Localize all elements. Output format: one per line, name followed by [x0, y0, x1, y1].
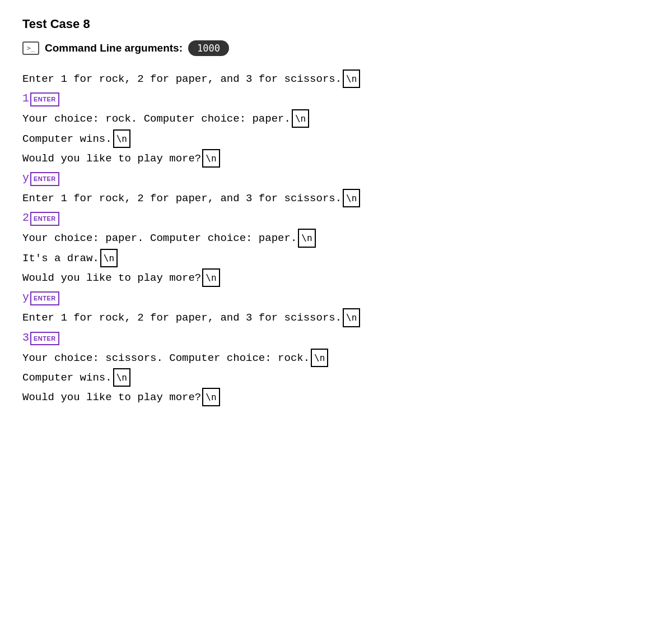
output-text-3: Computer wins. [22, 130, 112, 148]
input-char-13: 3 [22, 328, 29, 347]
input-char-7: 2 [22, 208, 29, 228]
test-case-title: Test Case 8 [22, 17, 650, 31]
newline-symbol-0: \n [343, 69, 360, 88]
line-15: Computer wins.\n [22, 368, 650, 387]
newline-symbol-9: \n [100, 249, 118, 267]
output-area: Enter 1 for rock, 2 for paper, and 3 for… [22, 69, 650, 407]
line-16: Would you like to play more?\n [22, 388, 650, 406]
input-char-11: y [22, 288, 29, 307]
output-text-15: Computer wins. [22, 369, 112, 387]
command-line-value: 1000 [188, 40, 229, 56]
enter-badge-13: ENTER [30, 332, 59, 346]
newline-symbol-14: \n [311, 349, 328, 367]
line-5: yENTER [22, 169, 650, 188]
line-9: It's a draw.\n [22, 249, 650, 267]
line-3: Computer wins.\n [22, 129, 650, 148]
line-1: 1ENTER [22, 89, 650, 108]
line-12: Enter 1 for rock, 2 for paper, and 3 for… [22, 308, 650, 327]
newline-symbol-10: \n [202, 268, 220, 287]
line-11: yENTER [22, 288, 650, 307]
line-14: Your choice: scissors. Computer choice: … [22, 349, 650, 367]
output-text-14: Your choice: scissors. Computer choice: … [22, 349, 310, 367]
line-8: Your choice: paper. Computer choice: pap… [22, 229, 650, 247]
output-text-4: Would you like to play more? [22, 150, 201, 168]
enter-badge-5: ENTER [30, 172, 59, 186]
output-text-16: Would you like to play more? [22, 388, 201, 406]
newline-symbol-15: \n [113, 368, 130, 387]
line-6: Enter 1 for rock, 2 for paper, and 3 for… [22, 189, 650, 207]
newline-symbol-6: \n [343, 189, 360, 207]
newline-symbol-8: \n [298, 229, 315, 247]
enter-badge-1: ENTER [30, 92, 59, 106]
terminal-icon: >_ [22, 41, 39, 55]
line-10: Would you like to play more?\n [22, 268, 650, 287]
output-text-0: Enter 1 for rock, 2 for paper, and 3 for… [22, 70, 342, 88]
line-0: Enter 1 for rock, 2 for paper, and 3 for… [22, 69, 650, 88]
input-char-5: y [22, 169, 29, 188]
output-text-8: Your choice: paper. Computer choice: pap… [22, 229, 297, 247]
line-4: Would you like to play more?\n [22, 149, 650, 168]
output-text-10: Would you like to play more? [22, 269, 201, 287]
output-text-12: Enter 1 for rock, 2 for paper, and 3 for… [22, 309, 342, 327]
newline-symbol-16: \n [202, 388, 220, 406]
newline-symbol-2: \n [292, 109, 309, 128]
line-2: Your choice: rock. Computer choice: pape… [22, 109, 650, 128]
command-line-label: Command Line arguments: [45, 42, 183, 54]
enter-badge-11: ENTER [30, 291, 59, 305]
line-13: 3ENTER [22, 328, 650, 347]
output-text-2: Your choice: rock. Computer choice: pape… [22, 110, 291, 128]
newline-symbol-3: \n [113, 129, 130, 148]
newline-symbol-12: \n [343, 308, 360, 327]
enter-badge-7: ENTER [30, 212, 59, 226]
output-text-9: It's a draw. [22, 249, 99, 267]
line-7: 2ENTER [22, 208, 650, 228]
output-text-6: Enter 1 for rock, 2 for paper, and 3 for… [22, 189, 342, 207]
input-char-1: 1 [22, 89, 29, 108]
newline-symbol-4: \n [202, 149, 220, 168]
